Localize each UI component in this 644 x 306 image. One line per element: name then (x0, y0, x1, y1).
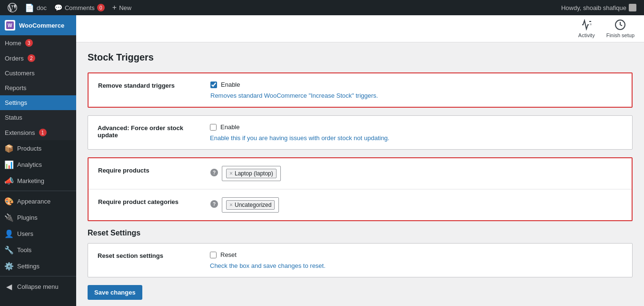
sidebar-item-reports[interactable]: Reports (0, 81, 76, 95)
comments-label: Comments (65, 4, 95, 11)
products-icon: 📦 (5, 144, 13, 153)
force-order-checkbox[interactable] (210, 124, 217, 131)
remove-triggers-checkbox-row: Enable (210, 81, 622, 88)
new-label: New (119, 4, 131, 11)
finish-setup-button[interactable]: Finish setup (606, 19, 634, 38)
sidebar-item-plugins-label: Plugins (17, 214, 38, 221)
sidebar-item-customers[interactable]: Customers (0, 66, 76, 81)
laptop-tag: × Laptop (laptop) (226, 169, 277, 178)
extensions-badge: 1 (39, 129, 47, 136)
remove-triggers-label: Remove standard triggers (98, 81, 203, 89)
sidebar-item-status-label: Status (5, 114, 22, 121)
howdy-button[interactable]: Howdy, shoaib shafique (557, 0, 640, 15)
sidebar-item-appearance-label: Appearance (17, 198, 50, 205)
sidebar-item-home[interactable]: Home 3 (0, 35, 76, 51)
require-products-label: Require products (98, 166, 203, 174)
reset-reset-label: Reset (220, 251, 237, 258)
home-badge: 3 (25, 39, 33, 47)
sidebar-item-wp-settings-label: Settings (17, 263, 40, 270)
collapse-icon: ◀ (5, 282, 13, 291)
plugins-icon: 🔌 (5, 213, 13, 222)
row-require-products: Require products ? × Laptop (laptop) (89, 158, 632, 189)
uncategorized-tag: × Uncategorized (226, 200, 275, 210)
sidebar-item-home-label: Home (5, 40, 21, 47)
require-products-field: ? × Laptop (laptop) (210, 166, 622, 181)
require-categories-field: ? × Uncategorized (210, 197, 622, 213)
site-name-button[interactable]: 📄 doc (21, 0, 50, 15)
appearance-icon: 🎨 (5, 197, 13, 205)
activity-label: Activity (578, 32, 595, 38)
sidebar-item-status[interactable]: Status (0, 110, 76, 125)
force-order-help: Enable this if you are having issues wit… (210, 134, 623, 142)
admin-bar: 📄 doc 💬 Comments 0 + New Howdy, shoaib s… (0, 0, 644, 15)
sidebar-item-reports-label: Reports (5, 84, 27, 92)
sidebar-item-products-label: Products (17, 145, 41, 152)
sidebar-item-orders-label: Orders (5, 55, 24, 62)
top-icons-bar: Activity Finish setup (76, 15, 644, 42)
wp-logo-button[interactable] (4, 0, 21, 15)
row-remove-standard-triggers: Remove standard triggers Enable Removes … (89, 73, 632, 107)
require-categories-label: Require product categories (98, 197, 203, 205)
force-order-control: Enable Enable this if you are having iss… (210, 123, 623, 142)
reset-help-text: Check the box and save changes to reset. (210, 262, 623, 269)
uncategorized-tag-remove[interactable]: × (229, 202, 233, 208)
orders-badge: 2 (28, 54, 35, 62)
svg-rect-2 (590, 23, 592, 25)
comments-button[interactable]: 💬 Comments 0 (50, 0, 109, 15)
wp-settings-icon: ⚙️ (5, 262, 13, 270)
force-order-checkbox-row: Enable (210, 123, 623, 131)
analytics-icon: 📊 (5, 160, 13, 169)
reset-checkbox[interactable] (210, 252, 217, 258)
new-content-button[interactable]: + New (109, 0, 135, 15)
marketing-icon: 📣 (5, 176, 13, 185)
sidebar-item-plugins[interactable]: 🔌 Plugins (0, 209, 76, 225)
section-triggers: Remove standard triggers Enable Removes … (88, 72, 633, 108)
sidebar-item-extensions[interactable]: Extensions 1 (0, 125, 76, 140)
sidebar-item-marketing[interactable]: 📣 Marketing (0, 173, 76, 189)
sidebar-woocommerce[interactable]: W WooCommerce (0, 15, 76, 35)
sidebar-item-analytics-label: Analytics (17, 161, 42, 168)
sidebar: W WooCommerce Home 3 Orders 2 Customers … (0, 15, 76, 306)
sidebar-item-extensions-label: Extensions (5, 129, 35, 136)
row-reset: Reset section settings Reset Check the b… (88, 244, 632, 277)
finish-setup-label: Finish setup (606, 32, 634, 38)
collapse-label: Collapse menu (17, 283, 59, 290)
reset-title: Reset Settings (88, 229, 633, 237)
remove-triggers-control: Enable Removes standard WooCommerce "Inc… (210, 81, 622, 99)
sidebar-item-marketing-label: Marketing (17, 177, 44, 184)
laptop-tag-label: Laptop (laptop) (235, 170, 273, 177)
svg-text:W: W (8, 23, 12, 28)
remove-triggers-help: Removes standard WooCommerce "Increase S… (210, 92, 622, 99)
sidebar-item-orders[interactable]: Orders 2 (0, 51, 76, 66)
reset-label: Reset section settings (98, 251, 202, 259)
sidebar-item-wp-settings[interactable]: ⚙️ Settings (0, 258, 76, 274)
site-name-label: doc (37, 4, 47, 11)
require-products-input[interactable]: × Laptop (laptop) (222, 166, 281, 181)
users-icon: 👤 (5, 229, 13, 238)
page-content: Stock Triggers Remove standard triggers … (76, 42, 644, 306)
sidebar-item-users[interactable]: 👤 Users (0, 225, 76, 242)
remove-triggers-checkbox[interactable] (210, 82, 217, 88)
save-changes-button[interactable]: Save changes (88, 285, 142, 300)
require-products-help-icon[interactable]: ? (210, 169, 218, 176)
comments-count: 0 (97, 4, 105, 11)
sidebar-item-tools[interactable]: 🔧 Tools (0, 242, 76, 258)
laptop-tag-remove[interactable]: × (229, 171, 233, 176)
sidebar-item-appearance[interactable]: 🎨 Appearance (0, 193, 76, 209)
sidebar-item-products[interactable]: 📦 Products (0, 140, 76, 156)
row-force-order: Advanced: Force order stock update Enabl… (88, 116, 632, 149)
sidebar-item-settings[interactable]: Settings (0, 95, 76, 110)
reset-control: Reset Check the box and save changes to … (210, 251, 623, 269)
require-categories-input[interactable]: × Uncategorized (222, 197, 279, 213)
remove-triggers-enable-label: Enable (221, 81, 240, 88)
activity-button[interactable]: Activity (578, 19, 595, 38)
uncategorized-tag-label: Uncategorized (235, 202, 271, 208)
sidebar-item-analytics[interactable]: 📊 Analytics (0, 156, 76, 173)
woo-icon: W (5, 20, 15, 31)
reset-checkbox-row: Reset (210, 251, 623, 258)
require-categories-help-icon[interactable]: ? (210, 200, 218, 208)
collapse-menu-button[interactable]: ◀ Collapse menu (0, 278, 76, 295)
howdy-text: Howdy, shoaib shafique (561, 4, 626, 11)
force-order-enable-label: Enable (220, 123, 239, 131)
force-order-label: Advanced: Force order stock update (98, 123, 202, 139)
